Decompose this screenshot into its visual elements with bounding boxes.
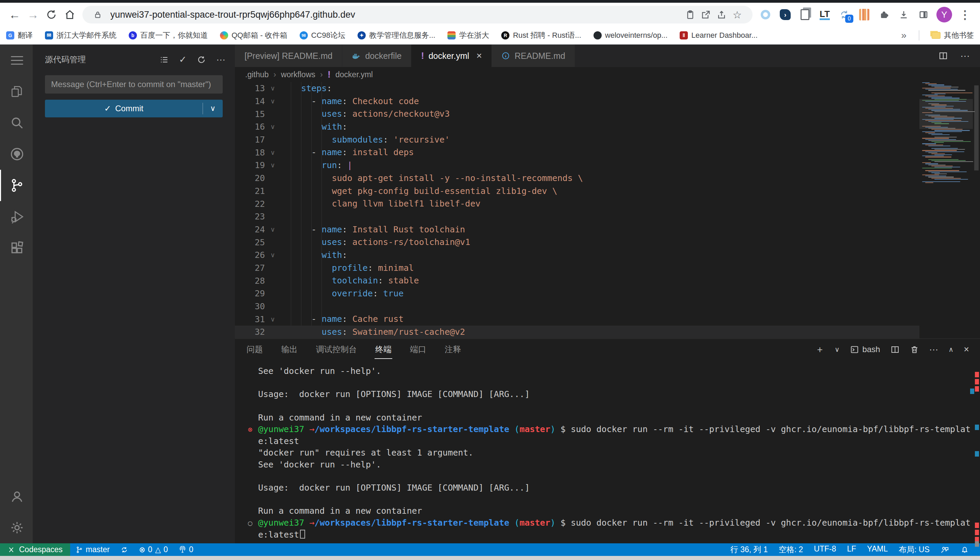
new-terminal-icon[interactable]: ＋	[815, 343, 824, 355]
puzzle-extensions-icon[interactable]	[877, 8, 891, 22]
scrollbar-slider[interactable]	[974, 85, 978, 170]
more-actions-icon[interactable]: ···	[216, 55, 226, 65]
extensions-icon[interactable]	[0, 232, 33, 264]
problems-indicator[interactable]: ⊗ 0 △ 0	[134, 543, 173, 556]
code-line[interactable]: 32 uses: Swatinem/rust-cache@v2	[235, 326, 920, 338]
status-item[interactable]: YAML	[861, 544, 893, 553]
code-line[interactable]: 21 wget pkg-config build-essential zlib1…	[235, 185, 920, 198]
commit-dropdown-chevron[interactable]: ∨	[203, 104, 223, 113]
editor-more-icon[interactable]: ···	[960, 50, 970, 61]
other-bookmarks[interactable]: 其他书签	[932, 30, 974, 40]
commit-message-input[interactable]: Message (Ctrl+Enter to commit on "master…	[45, 75, 223, 93]
status-item[interactable]: 空格: 2	[773, 544, 809, 555]
menu-hamburger-icon[interactable]	[0, 45, 33, 76]
navy-extension-icon[interactable]: ›	[778, 8, 792, 22]
code-line[interactable]: 29 override: true	[235, 287, 920, 300]
commit-button[interactable]: ✓ Commit ∨	[45, 100, 223, 117]
clipboard-icon[interactable]	[682, 7, 698, 22]
code-line[interactable]: 13∨ steps:	[235, 82, 920, 95]
status-item[interactable]: 布局: US	[893, 544, 935, 555]
status-item[interactable]: LF	[841, 544, 861, 553]
minimap-slider[interactable]	[920, 99, 973, 129]
editor-scrollbar[interactable]	[973, 82, 980, 338]
settings-gear-icon[interactable]	[0, 512, 33, 543]
breadcrumb-item[interactable]: docker.yml	[335, 70, 373, 79]
account-icon[interactable]	[0, 481, 33, 512]
bookmark-item[interactable]: RRust 招聘 - Rust语...	[501, 30, 581, 40]
tab-dockerfile[interactable]: dockerfile	[342, 45, 411, 67]
code-line[interactable]: 22 clang llvm libelf1 libelf-dev	[235, 197, 920, 210]
code-line[interactable]: 24∨ - name: Install Rust toolchain	[235, 223, 920, 236]
explorer-icon[interactable]	[0, 76, 33, 107]
branch-indicator[interactable]: master	[70, 543, 115, 556]
code-line[interactable]: 25 uses: actions-rs/toolchain@v1	[235, 236, 920, 249]
code-line[interactable]: 15 uses: actions/checkout@v3	[235, 108, 920, 120]
panel-tab[interactable]: 调试控制台	[315, 342, 358, 357]
address-bar[interactable]: yunwei37-potential-space-trout-rpr5qwj66…	[82, 6, 753, 23]
panel-tab[interactable]: 终端	[375, 342, 392, 357]
maximize-panel-chevron[interactable]: ∧	[949, 345, 954, 353]
breadcrumb-item[interactable]: .github	[245, 70, 269, 79]
bookmarks-overflow-chevron[interactable]: »	[901, 30, 906, 41]
refresh-icon[interactable]	[197, 55, 206, 64]
panel-tab[interactable]: 端口	[409, 342, 427, 357]
tab-readme.md[interactable]: README.md	[492, 45, 575, 67]
status-item[interactable]: 行 36, 列 1	[725, 544, 773, 555]
code-line[interactable]: 14∨ - name: Checkout code	[235, 95, 920, 108]
code-line[interactable]: 16∨ with:	[235, 120, 920, 133]
commit-button-main[interactable]: ✓ Commit	[45, 104, 202, 113]
bookmark-item[interactable]: ✉浙江大学邮件系统	[45, 30, 117, 40]
fold-chevron-icon[interactable]: ∨	[265, 315, 281, 323]
search-icon[interactable]	[0, 107, 33, 138]
pages-extension-icon[interactable]	[798, 8, 812, 22]
bookmark-item[interactable]: weloveinterns/op...	[594, 31, 667, 40]
breadcrumb-item[interactable]: workflows	[281, 70, 315, 79]
source-control-icon[interactable]	[0, 170, 33, 201]
run-debug-icon[interactable]	[0, 201, 33, 232]
bookmark-item[interactable]: b百度一下，你就知道	[129, 30, 208, 40]
bookmark-item[interactable]: QQ邮箱 - 收件箱	[220, 30, 288, 40]
panel-more-icon[interactable]: ···	[929, 344, 938, 355]
forward-icon[interactable]: →	[24, 5, 42, 24]
back-icon[interactable]: ←	[5, 5, 24, 24]
split-terminal-icon[interactable]	[890, 345, 900, 354]
bookmark-item[interactable]: 学在浙大	[447, 30, 489, 40]
share-icon[interactable]	[714, 7, 729, 22]
sync-extension-icon[interactable]: 0	[838, 8, 851, 22]
profile-avatar[interactable]: Y	[937, 7, 952, 22]
code-line[interactable]: 20 sudo apt-get install -y --no-install-…	[235, 172, 920, 185]
commit-check-icon[interactable]: ✓	[179, 54, 187, 65]
bookmark-item[interactable]: ‖Learner Dashboar...	[680, 31, 757, 40]
languagetool-icon[interactable]: LT	[818, 8, 831, 22]
notifications-bell-icon[interactable]	[955, 545, 975, 554]
terminal[interactable]: See 'docker run --help'. Usage: docker r…	[235, 360, 980, 543]
bookmark-star-icon[interactable]: ☆	[729, 7, 745, 22]
kebab-menu-icon[interactable]: ⋮	[958, 8, 972, 22]
code-line[interactable]: 18∨ - name: install deps	[235, 146, 920, 159]
circle-extension-icon[interactable]	[759, 8, 772, 22]
tab--preview-readme.md[interactable]: [Preview] README.md	[235, 45, 342, 67]
tab-docker.yml[interactable]: !docker.yml×	[411, 45, 492, 67]
fold-chevron-icon[interactable]: ∨	[265, 251, 281, 259]
code-line[interactable]: 23	[235, 210, 920, 223]
close-panel-icon[interactable]: ×	[964, 344, 969, 355]
fold-chevron-icon[interactable]: ∨	[265, 149, 281, 157]
fold-chevron-icon[interactable]: ∨	[265, 225, 281, 233]
bookmark-item[interactable]: G翻译	[6, 30, 33, 40]
minimap[interactable]	[920, 82, 973, 338]
view-as-list-icon[interactable]	[159, 55, 169, 64]
code-editor[interactable]: 13∨ steps:14∨ - name: Checkout code15 us…	[235, 82, 980, 338]
sync-indicator[interactable]	[115, 543, 134, 556]
ports-indicator[interactable]: 0	[173, 543, 199, 556]
reload-icon[interactable]	[42, 5, 60, 24]
kill-terminal-trash-icon[interactable]	[910, 345, 919, 354]
code-line[interactable]: 26∨ with:	[235, 249, 920, 262]
open-in-new-icon[interactable]	[698, 7, 714, 22]
github-icon[interactable]	[0, 138, 33, 170]
fold-chevron-icon[interactable]: ∨	[265, 161, 281, 169]
status-item[interactable]: UTF-8	[808, 544, 841, 553]
remote-indicator[interactable]: Codespaces	[0, 543, 70, 556]
bookmark-item[interactable]: ✦教学管理信息服务...	[358, 30, 435, 40]
panel-tab[interactable]: 注释	[444, 342, 462, 357]
code-line[interactable]: 30	[235, 300, 920, 313]
